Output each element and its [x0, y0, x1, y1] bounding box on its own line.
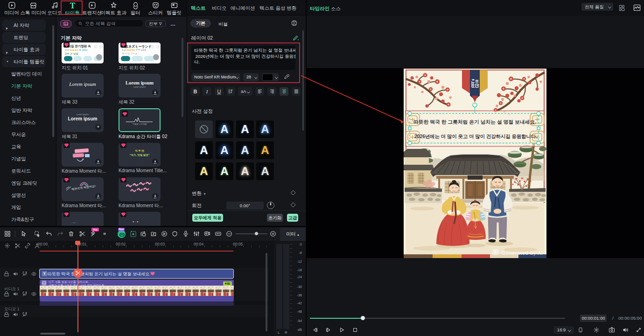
svg-text:Generated by AI: Generated by AI	[502, 250, 543, 256]
svg-text:따뜻한 떡국 한 그릇처럼 온기 넘치는 설 명절 보내세요: 따뜻한 떡국 한 그릇처럼 온기 넘치는 설 명절 보내세요.	[413, 119, 536, 125]
svg-text:2026년에는 더 많이 웃고 더 많이 건강하시길 응원합: 2026년에는 더 많이 웃고 더 많이 건강하시길 응원합니다.	[414, 133, 537, 139]
